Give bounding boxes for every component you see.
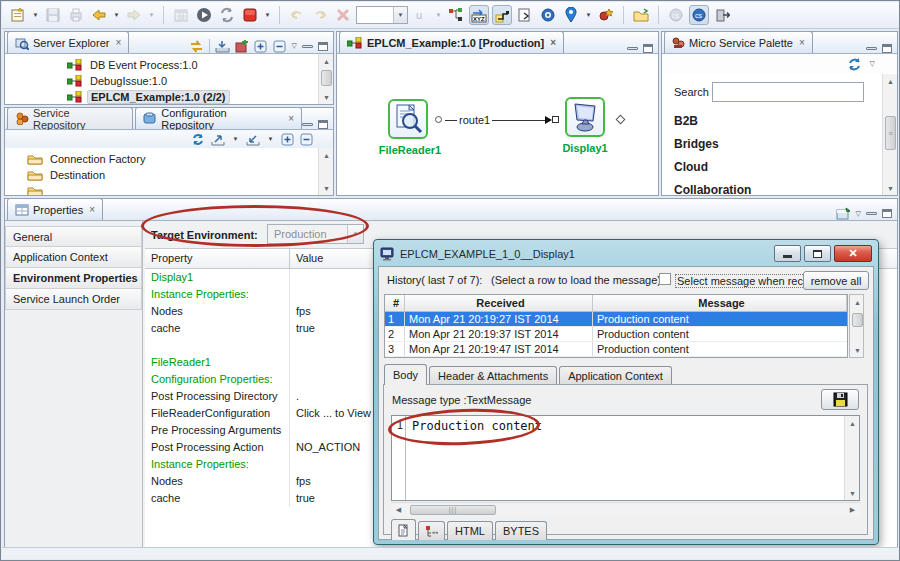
tab-service-repository[interactable]: Service Repository — [7, 107, 133, 129]
tab-eplcm-example[interactable]: EPLCM_Example:1.0 [Production] × — [339, 31, 564, 53]
save-message-button[interactable] — [821, 389, 859, 410]
close-icon[interactable]: × — [113, 37, 121, 48]
close-icon[interactable]: × — [797, 37, 805, 48]
column-header-received[interactable]: Received — [405, 295, 593, 311]
tab-bytes-format[interactable]: BYTES — [495, 521, 547, 540]
tree-item-clipped[interactable] — [5, 183, 318, 195]
back-icon[interactable] — [89, 5, 109, 25]
pin-view-icon[interactable] — [836, 207, 851, 220]
pin-dropdown-icon[interactable]: ▼ — [584, 12, 593, 18]
maximize-icon[interactable] — [318, 42, 328, 51]
new-wizard-icon[interactable] — [8, 5, 28, 25]
palette-category-b2b[interactable]: B2B — [674, 114, 698, 128]
minimize-icon[interactable] — [627, 47, 638, 50]
editor-content[interactable]: Production content — [412, 419, 839, 433]
scroll-down-icon[interactable]: ▼ — [883, 181, 898, 195]
remove-all-button[interactable]: remove all — [803, 271, 869, 290]
view-menu-icon[interactable]: ▽ — [870, 60, 875, 68]
breakpoint-star-icon[interactable] — [596, 5, 616, 25]
search-input[interactable] — [712, 82, 864, 102]
import-dropdown-icon[interactable]: ▼ — [266, 136, 275, 142]
delete-icon[interactable] — [333, 5, 353, 25]
refresh-icon[interactable] — [191, 133, 205, 146]
palette-category-bridges[interactable]: Bridges — [674, 137, 719, 151]
scroll-down-icon[interactable]: ▼ — [319, 181, 334, 195]
tree-item-destination[interactable]: Destination — [5, 167, 318, 183]
tree-item-db-event-process[interactable]: DB Event Process:1.0 — [5, 57, 318, 73]
maximize-icon[interactable] — [643, 44, 653, 53]
target-ring-icon[interactable] — [538, 5, 558, 25]
cs-active-icon[interactable]: cs — [689, 5, 709, 25]
undo-icon[interactable] — [287, 5, 307, 25]
maximize-icon[interactable] — [318, 120, 328, 129]
scroll-right-icon[interactable]: ▶ — [845, 503, 860, 517]
column-header-message[interactable]: Message — [593, 295, 847, 311]
repository-scrollbar[interactable]: ▲ ▼ — [318, 148, 333, 195]
step-note-icon[interactable] — [492, 5, 512, 25]
history-scrollbar[interactable]: ▲ ▼ — [849, 294, 864, 358]
refresh-icon[interactable] — [847, 57, 862, 71]
forward-icon[interactable] — [124, 5, 144, 25]
tab-properties[interactable]: Properties × — [7, 198, 103, 220]
tab-body[interactable]: Body — [384, 364, 427, 385]
synchronize-icon[interactable] — [217, 5, 237, 25]
dialog-close-button[interactable]: ✕ — [834, 245, 872, 262]
scroll-up-icon[interactable]: ▲ — [883, 74, 898, 88]
export-dropdown-icon[interactable]: ▼ — [231, 136, 240, 142]
nav-item-application-context[interactable]: Application Context — [5, 247, 142, 268]
node-filereader1[interactable] — [388, 99, 428, 139]
open-config-folder-icon[interactable] — [631, 5, 651, 25]
export-icon[interactable] — [211, 133, 225, 146]
route-label[interactable]: route1 — [457, 114, 492, 126]
tab-header-attachments[interactable]: Header & Attachments — [429, 366, 557, 385]
import-icon[interactable] — [246, 133, 260, 146]
message-editor[interactable]: 1 Production content ▲ ▼ — [391, 415, 860, 501]
routes-tree-icon[interactable] — [446, 5, 466, 25]
close-icon[interactable]: × — [286, 113, 294, 124]
palette-category-cloud[interactable]: Cloud — [674, 160, 708, 174]
document-step-icon[interactable] — [515, 5, 535, 25]
editor-hscrollbar[interactable]: ◀ ||| ▶ — [391, 502, 860, 516]
history-row[interactable]: 1Mon Apr 21 20:19:27 IST 2014Production … — [385, 312, 847, 327]
tab-micro-service-palette[interactable]: Micro Service Palette × — [664, 31, 813, 53]
palette-scrollbar[interactable]: ▲ ≡ ▼ — [882, 74, 897, 195]
select-message-checkbox[interactable] — [659, 273, 671, 285]
nav-item-general[interactable]: General — [5, 226, 142, 247]
scroll-down-icon[interactable]: ▼ — [845, 486, 860, 500]
view-menu-icon[interactable]: ▽ — [856, 210, 861, 218]
forward-dropdown-icon[interactable]: ▼ — [147, 12, 156, 18]
stop-icon[interactable] — [240, 5, 260, 25]
tree-item-connection-factory[interactable]: Connection Factory — [5, 151, 318, 167]
xyz-variables-icon[interactable]: XYZ — [469, 5, 489, 25]
scroll-up-icon[interactable]: ▲ — [850, 295, 865, 309]
history-row[interactable]: 2Mon Apr 21 20:19:37 IST 2014Production … — [385, 327, 847, 342]
redo-icon[interactable] — [310, 5, 330, 25]
location-pin-icon[interactable] — [561, 5, 581, 25]
history-row[interactable]: 3Mon Apr 21 20:19:47 IST 2014Production … — [385, 342, 847, 357]
exit-door-icon[interactable] — [712, 5, 732, 25]
new-dropdown-icon[interactable]: ▼ — [31, 12, 40, 18]
column-header-num[interactable]: # — [385, 295, 405, 311]
save-icon[interactable] — [43, 5, 63, 25]
target-environment-combo[interactable]: Production ▼ — [267, 224, 364, 244]
maximize-icon[interactable] — [882, 209, 892, 218]
view-menu-icon[interactable]: ▽ — [292, 42, 297, 50]
tab-xml-tree-format[interactable]: «» — [418, 521, 445, 540]
back-dropdown-icon[interactable]: ▼ — [112, 12, 121, 18]
maximize-icon[interactable] — [882, 44, 892, 53]
tab-configuration-repository[interactable]: Configuration Repository × — [135, 107, 302, 129]
update-icon[interactable]: u — [411, 5, 431, 25]
nav-item-service-launch-order[interactable]: Service Launch Order — [5, 289, 142, 310]
scroll-down-icon[interactable]: ▼ — [319, 90, 334, 104]
server-explorer-scrollbar[interactable]: ▲ ▼ — [318, 54, 333, 104]
close-icon[interactable]: × — [87, 204, 95, 215]
tab-server-explorer[interactable]: Server Explorer × — [7, 31, 129, 53]
update-dropdown-icon[interactable]: ▼ — [434, 12, 443, 18]
stop-dropdown-icon[interactable]: ▼ — [263, 12, 272, 18]
collapse-all-icon[interactable] — [273, 40, 287, 53]
tab-application-context[interactable]: Application Context — [559, 366, 672, 385]
close-icon[interactable]: × — [548, 37, 556, 48]
combo-dropdown-icon[interactable]: ▼ — [393, 7, 407, 23]
dialog-minimize-button[interactable] — [774, 245, 801, 262]
dialog-titlebar[interactable]: EPLCM_EXAMPLE_1_0__Display1 ✕ — [378, 243, 874, 264]
